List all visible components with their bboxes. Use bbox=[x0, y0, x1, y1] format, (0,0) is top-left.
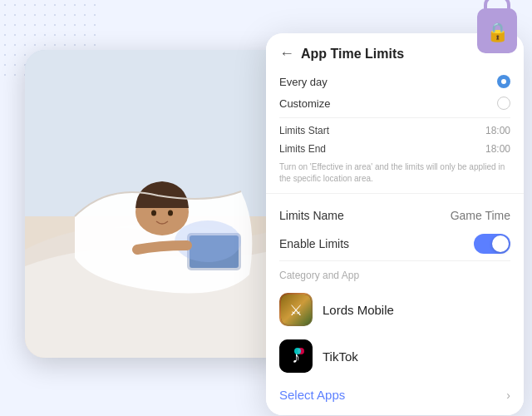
limits-name-label: Limits Name bbox=[279, 209, 344, 222]
select-apps-label: Select Apps bbox=[279, 388, 345, 402]
panel-card: ← App Time Limits Every day Customize Li… bbox=[266, 33, 524, 415]
toggle-knob bbox=[492, 235, 509, 252]
svg-text:⚔: ⚔ bbox=[289, 302, 303, 319]
divider-1 bbox=[279, 117, 510, 118]
child-photo bbox=[25, 50, 291, 358]
panel-header: ← App Time Limits bbox=[279, 45, 510, 62]
limits-end-label: Limits End bbox=[279, 143, 326, 155]
lords-mobile-icon: ⚔ bbox=[279, 293, 313, 326]
panel-bottom-section: Limits Name Game Time Enable Limits Cate… bbox=[266, 194, 524, 415]
tiktok-item[interactable]: ♪ TikTok bbox=[279, 333, 510, 379]
tiktok-name: TikTok bbox=[323, 349, 358, 364]
enable-limits-row: Enable Limits bbox=[279, 227, 510, 261]
select-apps-row[interactable]: Select Apps › bbox=[279, 379, 510, 405]
svg-point-16 bbox=[294, 348, 301, 354]
lock-icon: 🔒 bbox=[477, 8, 517, 53]
lords-mobile-name: Lords Mobile bbox=[323, 303, 394, 317]
category-label: Category and App bbox=[279, 270, 510, 281]
panel-title: App Time Limits bbox=[301, 47, 404, 62]
lords-mobile-item[interactable]: ⚔ Lords Mobile bbox=[279, 286, 510, 333]
photo-card bbox=[25, 50, 291, 358]
limits-end-value: 18:00 bbox=[485, 143, 510, 155]
back-button[interactable]: ← bbox=[279, 45, 294, 62]
every-day-label: Every day bbox=[279, 76, 328, 88]
limits-name-row: Limits Name Game Time bbox=[279, 204, 510, 227]
limits-end-row: Limits End 18:00 bbox=[279, 140, 510, 158]
panel-top-section: ← App Time Limits Every day Customize Li… bbox=[266, 33, 524, 194]
limits-start-row: Limits Start 18:00 bbox=[279, 121, 510, 140]
every-day-row[interactable]: Every day bbox=[279, 71, 510, 92]
customize-row[interactable]: Customize bbox=[279, 92, 510, 114]
every-day-radio[interactable] bbox=[497, 75, 510, 88]
customize-radio[interactable] bbox=[497, 97, 510, 110]
enable-limits-label: Enable Limits bbox=[279, 237, 349, 250]
limits-start-value: 18:00 bbox=[485, 125, 510, 136]
info-text: Turn on 'Effective in area' and the limi… bbox=[279, 161, 510, 185]
svg-point-5 bbox=[151, 210, 156, 216]
tiktok-icon: ♪ bbox=[279, 339, 313, 373]
limits-name-value: Game Time bbox=[451, 209, 510, 222]
limits-start-label: Limits Start bbox=[279, 125, 329, 136]
enable-limits-toggle[interactable] bbox=[474, 234, 510, 254]
svg-point-6 bbox=[168, 210, 173, 216]
chevron-right-icon: › bbox=[506, 389, 510, 402]
customize-label: Customize bbox=[279, 97, 330, 110]
